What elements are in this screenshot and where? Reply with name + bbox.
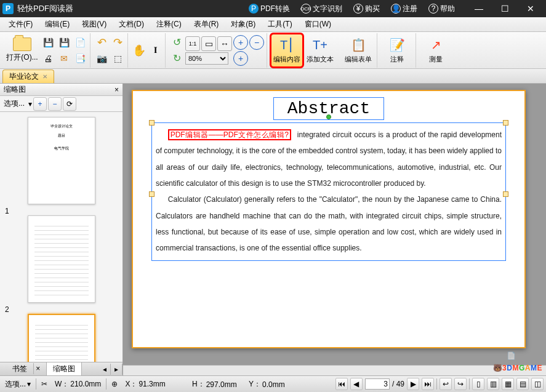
document-tab[interactable]: 毕业论文 ✕ [2,70,54,83]
edit-form-button[interactable]: 📋 编辑表单 [342,34,374,67]
zoom-out-icon[interactable]: − [249,35,264,50]
measure-icon: ↗ [427,36,444,54]
edit-content-button[interactable]: T⎮ 编辑内容 [271,34,303,67]
zoom-in-icon[interactable]: + [233,35,248,50]
height-label: H： [192,379,205,390]
measure-button[interactable]: ↗ 测量 [420,34,452,67]
print-icon[interactable]: 🖨 [41,51,55,66]
docs-icon[interactable]: 📑 [73,51,87,66]
save-icon[interactable]: 💾 [41,35,55,50]
page-input[interactable] [365,378,390,390]
fit-actual-icon[interactable]: 1:1 [185,36,200,51]
help-button[interactable]: ?帮助 [424,2,460,15]
thumbnail-3[interactable] [28,314,95,362]
status-options[interactable]: 选项... ▾ [2,378,33,391]
thumbnails-panel: 缩略图 × 选项... ▾ + − ⟳ 毕业设计论文题目电气学院 1 2 3 📄… [0,84,123,375]
redo-icon[interactable]: ↷ [110,35,125,50]
layout-continuous-icon[interactable]: ▥ [487,378,499,390]
pdf-convert-button[interactable]: PPDF转换 [244,2,295,15]
thumb-zoom-in-icon[interactable]: + [33,97,47,111]
panel-title: 缩略图 [4,84,26,95]
back-icon[interactable]: ↩ [440,378,452,390]
text-edit-box[interactable]: PDF编辑器——PDF文件怎么编辑? integrated circuit oc… [151,122,506,261]
menu-file[interactable]: 文件(F) [2,18,39,31]
body-text-2: Calculator (Calculator) generally refers… [156,195,502,252]
hand-tool-icon[interactable]: ✋ [132,43,147,58]
close-button[interactable]: ✕ [518,0,544,17]
menu-tools[interactable]: 工具(T) [262,18,298,31]
resize-handle-ne[interactable] [503,120,508,126]
save-as-icon[interactable]: 💾 [57,35,71,50]
y-label: Y： [249,379,261,390]
layout-cover-icon[interactable]: ◫ [531,378,544,390]
doc-icon[interactable]: 📄 [73,35,87,50]
menu-comment[interactable]: 注释(C) [150,18,188,31]
edited-red-text[interactable]: PDF编辑器——PDF文件怎么编辑? [168,129,291,140]
snapshot-icon[interactable]: 📷 [94,51,109,66]
open-button[interactable]: 打开(O)... [5,34,39,67]
app-logo: P [2,3,14,14]
thumbnail-1[interactable]: 毕业设计论文题目电气学院 [28,117,95,204]
toolbar: 打开(O)... 💾 🖨 💾 ✉ 📄 📑 ↶ 📷 ↷ ⬚ ✋ 𝐈 ↺ [0,32,546,69]
rotate-left-icon[interactable]: ↺ [169,35,184,50]
menu-edit[interactable]: 编辑(E) [39,18,76,31]
x-label: X： [125,379,137,390]
menu-document[interactable]: 文档(D) [113,18,150,31]
thumb-refresh-icon[interactable]: ⟳ [63,97,76,111]
add-text-button[interactable]: T+ 添加文本 [304,34,336,67]
menu-window[interactable]: 窗口(W) [299,18,337,31]
thumb-number-2: 2 [5,305,118,314]
add-text-icon: T+ [311,36,329,54]
rotate-handle-icon[interactable] [326,114,331,119]
document-viewport[interactable]: Abstract PDF编辑器——PDF文件怎么编辑? integrated c… [123,84,546,365]
tab-scroll-right-icon[interactable]: ▸ [111,364,122,375]
last-page-icon[interactable]: ⏭ [422,378,434,390]
resize-handle-nw[interactable] [149,120,155,126]
panel-close-icon[interactable]: × [114,86,119,94]
tab-close-icon[interactable]: ✕ [42,73,47,80]
rotate-right-icon[interactable]: ↻ [169,51,184,66]
menu-form[interactable]: 表单(R) [188,18,225,31]
zoom-select[interactable]: 80% [185,52,228,65]
thumbnail-tab[interactable]: 缩略图 [47,362,82,375]
menu-bar: 文件(F) 编辑(E) 视图(V) 文档(D) 注释(C) 表单(R) 对象(B… [0,17,546,32]
panel-options[interactable]: 选项... [1,97,27,110]
crop-icon[interactable]: ✂ [39,378,50,390]
undo-icon[interactable]: ↶ [94,35,109,50]
dropdown-icon[interactable]: ▾ [28,100,32,108]
y-value: 0.0mm [262,380,285,389]
menu-object[interactable]: 对象(B) [225,18,262,31]
resize-handle-w[interactable] [149,191,155,197]
annotate-button[interactable]: 📝 注释 [381,34,413,67]
fit-page-icon[interactable]: ▭ [201,36,216,51]
maximize-button[interactable]: ☐ [492,0,518,17]
tool-icon[interactable]: ⬚ [110,51,125,66]
layout-facing-icon[interactable]: ▦ [502,378,514,390]
prev-page-icon[interactable]: ◀ [350,378,363,390]
forward-icon[interactable]: ↪ [454,378,467,390]
thumbnail-2[interactable] [28,215,95,303]
position-icon: ⊕ [109,378,120,390]
minimize-button[interactable]: — [466,0,492,17]
next-page-icon[interactable]: ▶ [407,378,419,390]
menu-view[interactable]: 视图(V) [76,18,113,31]
thumb-zoom-out-icon[interactable]: − [48,97,62,111]
buy-button[interactable]: ¥购买 [348,2,385,15]
zoom-marquee-icon[interactable]: + [233,51,248,66]
tab-label: 毕业论文 [9,71,39,82]
tab-scroll-left-icon[interactable]: ◂ [99,364,111,375]
thumb-number-1: 1 [5,207,118,215]
bookmark-tab[interactable]: 书签 × [0,362,47,375]
app-title: 轻快PDF阅读器 [17,3,244,14]
layout-single-icon[interactable]: ▯ [472,378,484,390]
text-select-icon[interactable]: 𝐈 [148,43,163,58]
annotate-icon: 📝 [388,36,406,54]
fit-width-icon[interactable]: ↔ [217,36,232,51]
resize-handle-e[interactable] [503,191,508,197]
layout-book-icon[interactable]: ▤ [516,378,529,390]
first-page-icon[interactable]: ⏮ [335,378,348,390]
horizontal-scrollbar[interactable] [123,365,546,375]
register-button[interactable]: 👤注册 [386,2,422,15]
ocr-button[interactable]: OCR文字识别 [296,2,347,15]
mail-icon[interactable]: ✉ [57,51,71,66]
